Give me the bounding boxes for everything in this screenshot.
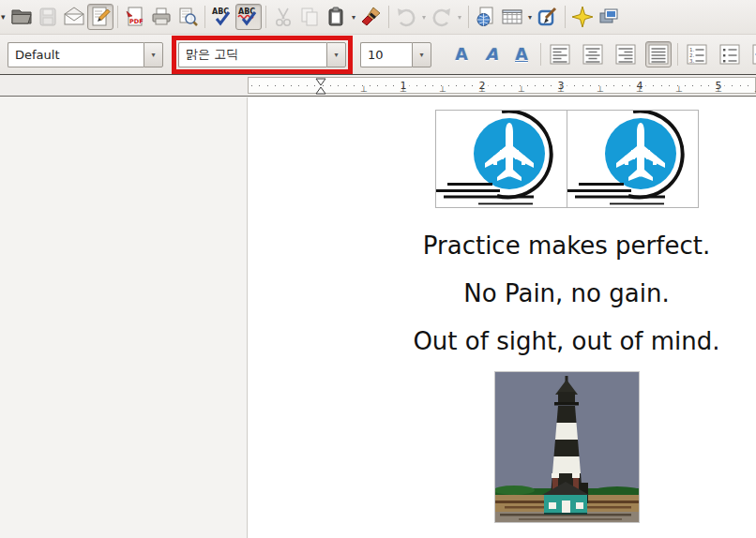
copy-icon (298, 6, 321, 28)
printer-icon (150, 6, 173, 28)
paragraph[interactable]: Out of sight, out of mind. (327, 326, 756, 356)
ruler-row: 12345⊥⊥⊥⊥⊥⊥⊥⊥⊥⊥⊥⊥⊥ (0, 75, 756, 97)
open-button[interactable] (8, 4, 35, 30)
airplane-logo-table[interactable] (435, 110, 699, 208)
export-pdf-button[interactable]: PDF (122, 4, 148, 30)
underline-icon: A (515, 47, 527, 63)
paragraph-style-box: Default ▾ (8, 42, 163, 67)
tab-stop-marker: ⊥ (597, 84, 604, 94)
airplane-logo-image[interactable] (567, 111, 698, 207)
email-button[interactable] (61, 4, 87, 30)
redo-arrow-icon (431, 6, 453, 28)
ruler[interactable]: 12345⊥⊥⊥⊥⊥⊥⊥⊥⊥⊥⊥⊥⊥ (248, 77, 756, 94)
format-paintbrush-button[interactable] (358, 4, 385, 30)
justify-icon (647, 43, 670, 66)
insert-table-button[interactable] (499, 4, 525, 30)
align-center-button[interactable] (580, 41, 606, 67)
save-button[interactable] (35, 4, 61, 30)
save-icon (37, 6, 59, 28)
navigator-star-icon (571, 6, 594, 28)
lighthouse-image[interactable] (494, 371, 640, 523)
pdf-icon: PDF (124, 6, 146, 28)
numbered-list-button[interactable]: 1. 2. 3. (684, 41, 710, 67)
decrease-indent-icon (751, 43, 756, 66)
standard-toolbar: ▾ PDF (0, 0, 756, 35)
paragraph-style-dropdown[interactable]: ▾ (144, 42, 163, 67)
tab-stop-marker: ⊥ (715, 84, 722, 94)
print-button[interactable] (148, 4, 174, 30)
table-cell[interactable] (567, 111, 698, 208)
tab-stop-marker: ⊥ (439, 84, 446, 94)
paragraph[interactable]: No Pain, no gain. (327, 278, 756, 308)
font-size-dropdown[interactable]: ▾ (412, 42, 431, 67)
undo-dropdown-arrow[interactable]: ▾ (419, 13, 429, 22)
navigator-button[interactable] (569, 4, 596, 30)
align-left-icon (549, 43, 571, 66)
underline-button[interactable]: A (508, 41, 535, 67)
document-workspace: Practice makes perfect. No Pain, no gain… (0, 97, 756, 538)
paragraph-style-input[interactable]: Default (8, 42, 144, 67)
tab-stop-marker: ⊥ (478, 84, 486, 94)
indent-marker[interactable] (314, 77, 327, 96)
tab-stop-marker: ⊥ (518, 84, 525, 94)
italic-icon: A (485, 47, 497, 63)
table-dropdown-arrow[interactable]: ▾ (525, 13, 535, 22)
paintbrush-icon (360, 6, 383, 28)
tab-stop-marker: ⊥ (557, 84, 565, 94)
toolbar-overflow-arrow[interactable]: ▾ (1, 12, 8, 22)
font-name-input[interactable]: 맑은 고딕 (178, 42, 326, 67)
redo-dropdown-arrow[interactable]: ▾ (455, 13, 464, 22)
table-cell[interactable] (435, 111, 567, 208)
copy-button[interactable] (296, 4, 323, 30)
edit-file-icon (89, 6, 112, 28)
draw-functions-button[interactable] (535, 4, 561, 30)
toolbar-separator (677, 43, 678, 66)
toolbar-separator (388, 6, 389, 28)
font-size-input[interactable]: 10 (360, 42, 412, 67)
open-folder-icon (10, 6, 33, 28)
bold-icon: A (455, 47, 467, 63)
cut-button[interactable] (270, 4, 296, 30)
toolbar-separator (540, 43, 541, 66)
bullet-list-button[interactable] (717, 41, 743, 67)
align-right-button[interactable] (612, 41, 639, 67)
undo-arrow-icon (395, 6, 417, 28)
tab-stop-marker: ⊥ (675, 84, 683, 94)
tab-stop-marker: ⊥ (360, 84, 368, 94)
toolbar-separator (204, 6, 205, 28)
airplane-logo-image[interactable] (436, 111, 567, 207)
hyperlink-button[interactable] (473, 4, 499, 30)
align-left-button[interactable] (547, 41, 573, 67)
toolbar-separator (265, 6, 266, 28)
edit-file-button[interactable] (87, 4, 113, 30)
font-name-dropdown[interactable]: ▾ (326, 42, 346, 67)
paste-button[interactable] (323, 4, 349, 30)
decrease-indent-button[interactable] (749, 41, 756, 67)
draw-functions-icon (537, 6, 559, 28)
tab-stop-marker: ⊥ (400, 84, 407, 94)
align-center-icon (582, 43, 604, 66)
paragraph[interactable]: Practice makes perfect. (327, 231, 756, 261)
bold-button[interactable]: A (448, 41, 475, 67)
document-page[interactable]: Practice makes perfect. No Pain, no gain… (247, 97, 756, 538)
lighthouse-graphic (495, 372, 639, 522)
annotation-rectangle: 맑은 고딕 ▾ (172, 36, 353, 74)
page-preview-button[interactable] (174, 4, 201, 30)
italic-button[interactable]: A (478, 41, 505, 67)
clipboard-icon (325, 6, 347, 28)
justify-button[interactable] (645, 41, 672, 67)
auto-spellcheck-button[interactable]: ABC (235, 4, 262, 30)
gallery-button[interactable] (596, 4, 622, 30)
toolbar-separator (468, 6, 469, 28)
page-content: Practice makes perfect. No Pain, no gain… (327, 97, 756, 526)
paste-dropdown-arrow[interactable]: ▾ (349, 13, 358, 22)
font-size-box: 10 ▾ (360, 42, 431, 67)
page-preview-icon (176, 6, 199, 28)
svg-text:3.: 3. (689, 58, 694, 64)
undo-button[interactable] (393, 4, 419, 30)
redo-button[interactable] (429, 4, 455, 30)
hyperlink-globe-icon (475, 6, 497, 28)
toolbar-separator (565, 6, 566, 28)
gallery-icon (597, 6, 620, 28)
spelling-button[interactable]: ABC (209, 4, 235, 30)
